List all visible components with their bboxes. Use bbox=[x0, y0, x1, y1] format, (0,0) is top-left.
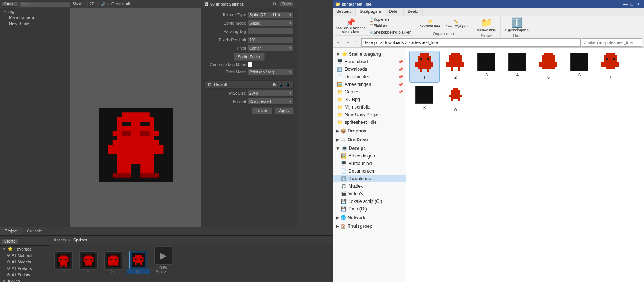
documenten-pin: 📌 bbox=[398, 75, 403, 79]
pin-button[interactable]: 📌 Aan Snelle toegangvastmaken bbox=[334, 18, 367, 34]
sidebar-documenten[interactable]: 📄 Documenten 📌 bbox=[333, 73, 406, 81]
file-item-5[interactable]: 5 bbox=[533, 51, 564, 83]
asset-item-96[interactable]: 96 bbox=[77, 251, 100, 274]
packing-tag-input[interactable] bbox=[248, 28, 294, 35]
new-folder-button[interactable]: 📁 Nieuwe map bbox=[475, 17, 497, 33]
pixels-per-unit-input[interactable]: 100 bbox=[248, 36, 294, 43]
file-item-6[interactable]: 6 bbox=[564, 51, 594, 83]
open-button[interactable]: Open bbox=[279, 1, 294, 7]
sidebar-mijn-portfolio[interactable]: 📁 Mijn portfolio bbox=[333, 103, 406, 111]
asset-item-new-anim[interactable]: ▶ New Animat... bbox=[152, 246, 175, 274]
paste-button[interactable]: 📋 Plakken bbox=[368, 23, 413, 29]
sidebar-videos[interactable]: 🎬 Video's bbox=[333, 190, 406, 198]
tab-startpagina[interactable]: Startpagina bbox=[356, 8, 385, 16]
deze-pc-label: Deze pc bbox=[349, 146, 366, 151]
sprite-editor-button[interactable]: Sprite Editor bbox=[234, 53, 265, 61]
sidebar-afbeeldingen[interactable]: 🖼️ Afbeeldingen 📌 bbox=[333, 81, 406, 88]
asset-thumb-97 bbox=[104, 251, 122, 270]
onedrive-icon: ☁️ bbox=[341, 137, 346, 142]
sidebar-dropbox[interactable]: ▶ 📦 Dropbox bbox=[333, 126, 406, 135]
file-item-0[interactable]: 0 bbox=[440, 83, 471, 114]
sidebar-netwerk[interactable]: ▶ 🌐 Netwerk bbox=[333, 213, 406, 221]
sidebar-muziek[interactable]: 🎵 Muziek bbox=[333, 182, 406, 190]
address-input[interactable] bbox=[361, 38, 581, 47]
rename-button[interactable]: ✏️ Naam wijzigen bbox=[444, 19, 469, 28]
filter-mode-dropdown[interactable]: Point (no filter) bbox=[248, 69, 294, 75]
nav-back-button[interactable]: ← bbox=[334, 39, 342, 46]
file-item-1[interactable]: 1 bbox=[409, 51, 440, 83]
sidebar-downloads[interactable]: ⬇️ Downloads 📌 bbox=[333, 65, 406, 73]
pivot-field: Pivot Center bbox=[204, 45, 294, 51]
close-button[interactable]: ✕ bbox=[636, 2, 640, 7]
copy-to-button[interactable]: 📁 Kopiëren naar bbox=[418, 19, 443, 28]
sidebar-bureaublad-pc[interactable]: 🖥️ Bureaublad bbox=[333, 160, 406, 167]
all-scripts-item[interactable]: ⊙ All Scripts bbox=[0, 271, 49, 278]
texture-type-dropdown[interactable]: Sprite (2D and UI) bbox=[248, 11, 294, 18]
hierarchy-search[interactable] bbox=[20, 1, 71, 7]
file-item-3[interactable]: 3 bbox=[471, 51, 502, 83]
sidebar-bureaublad[interactable]: 🖥️ Bureaublad 📌 bbox=[333, 58, 406, 65]
maximize-button[interactable]: □ bbox=[631, 2, 633, 7]
tab-project[interactable]: Project bbox=[0, 227, 22, 235]
apply-button[interactable]: Apply bbox=[275, 107, 294, 114]
pivot-dropdown[interactable]: Center bbox=[248, 45, 294, 51]
tab-beeld[interactable]: Beeld bbox=[404, 8, 422, 16]
search-input[interactable] bbox=[582, 38, 642, 47]
file-black-square-4 bbox=[508, 53, 526, 71]
format-dropdown[interactable]: Compressed bbox=[248, 98, 294, 105]
nav-up-button[interactable]: ↑ bbox=[354, 39, 360, 46]
tab-delen[interactable]: Delen bbox=[385, 8, 404, 16]
sidebar-lokale-schijf[interactable]: 💾 Lokale schijf (C:) bbox=[333, 198, 406, 205]
sidebar-2d-rpg[interactable]: 📁 2D Rpg bbox=[333, 96, 406, 103]
sidebar-data-d[interactable]: 💾 Data (D:) bbox=[333, 205, 406, 213]
all-materials-item[interactable]: ⊙ All Materials bbox=[0, 252, 49, 259]
sidebar-onedrive[interactable]: ▶ ☁️ OneDrive bbox=[333, 135, 406, 143]
hierarchy-main-camera[interactable]: Main Camera bbox=[0, 14, 70, 20]
hierarchy-root[interactable]: ▼ rpg bbox=[0, 8, 70, 14]
asset-item-0[interactable]: 0 bbox=[52, 251, 75, 274]
tab-console[interactable]: Console bbox=[22, 227, 47, 235]
tab-bestand[interactable]: Bestand bbox=[333, 8, 356, 16]
all-prefabs-item[interactable]: ⊙ All Prefabs bbox=[0, 265, 49, 271]
documenten-label: Documenten bbox=[345, 74, 370, 79]
sidebar-documenten-pc[interactable]: 📄 Documenten bbox=[333, 167, 406, 175]
sidebar-spritesheet-idle[interactable]: 📁 spritesheet_Idle bbox=[333, 118, 406, 126]
copy-to-icon: 📁 bbox=[428, 20, 432, 24]
file-item-2[interactable]: 2 bbox=[440, 51, 471, 83]
sidebar-afbeeldingen-pc[interactable]: 🖼️ Afbeeldingen bbox=[333, 152, 406, 160]
copy-button[interactable]: 📋 Kopiëren bbox=[368, 17, 413, 22]
properties-button[interactable]: ℹ️ Eigenschappen bbox=[504, 17, 530, 33]
sidebar-quick-access[interactable]: ▼ ⭐ Snelle toegang bbox=[333, 49, 406, 58]
inspector-settings-icon[interactable]: ⚙ bbox=[272, 2, 276, 6]
create-button[interactable]: Create bbox=[2, 1, 18, 7]
file-name-0: 0 bbox=[454, 108, 457, 112]
mip-maps-checkbox[interactable] bbox=[248, 62, 252, 67]
sidebar-games[interactable]: 📁 Games 📌 bbox=[333, 88, 406, 96]
favorites-group[interactable]: ▼ ⭐ Favorites bbox=[0, 246, 49, 252]
assets-group[interactable]: ▼ Assets bbox=[0, 278, 49, 282]
mijn-portfolio-label: Mijn portfolio bbox=[345, 104, 370, 110]
hierarchy-new-sprite[interactable]: New Sprite bbox=[0, 20, 70, 26]
sidebar-deze-pc[interactable]: ▼ 💻 Deze pc bbox=[333, 143, 406, 152]
all-models-item[interactable]: ⊙ All Models bbox=[0, 259, 49, 265]
asset-item-98[interactable]: 98 bbox=[127, 251, 150, 274]
sprite-mode-dropdown[interactable]: Single bbox=[248, 20, 294, 26]
asset-item-97[interactable]: 97 bbox=[102, 251, 125, 274]
file-item-4[interactable]: 4 bbox=[502, 51, 533, 83]
revert-button[interactable]: Revert bbox=[252, 107, 272, 114]
max-size-dropdown[interactable]: 2048 bbox=[248, 90, 294, 97]
paste-shortcut-button[interactable]: 📎 Snelkoppeling plakken bbox=[368, 30, 413, 35]
file-item-8[interactable]: 8 bbox=[409, 83, 440, 114]
svg-rect-87 bbox=[451, 97, 460, 99]
properties-label: Eigenschappen bbox=[505, 28, 529, 32]
shaded-label: Shaded bbox=[73, 2, 85, 6]
asset-num-98: 98 bbox=[136, 270, 140, 274]
file-item-7[interactable]: 7 bbox=[595, 51, 625, 83]
nav-forward-button[interactable]: → bbox=[344, 39, 352, 46]
sidebar-thuisgroep[interactable]: ▶ 🏠 Thuisgroep bbox=[333, 221, 406, 230]
2d-rpg-label: 2D Rpg bbox=[345, 97, 360, 102]
minimize-button[interactable]: — bbox=[623, 2, 628, 7]
create-assets-button[interactable]: Create bbox=[2, 238, 18, 244]
sidebar-new-unity-project[interactable]: 📁 New Unity Project bbox=[333, 111, 406, 118]
sidebar-downloads-pc[interactable]: ⬇️ Downloads bbox=[333, 175, 406, 182]
